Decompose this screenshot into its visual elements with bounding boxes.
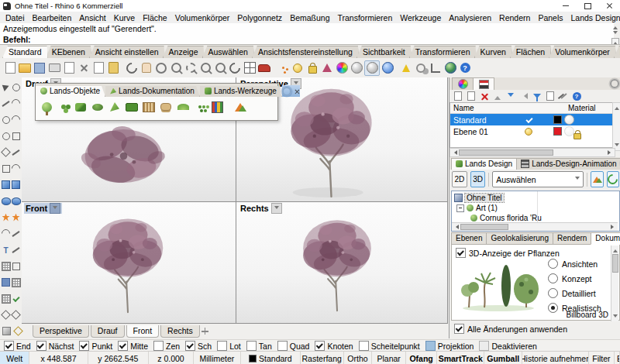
rectangle-tool-icon[interactable] [11, 131, 21, 141]
layer-color-swatch[interactable] [553, 127, 562, 136]
tab-flaechen[interactable]: Flächen [510, 46, 551, 58]
tab-ansicht-einstellen[interactable]: Ansicht einstellen [89, 46, 165, 58]
osnap-naechst[interactable]: Nächst [36, 341, 74, 351]
tab-volumenkoerper[interactable]: Volumenkörper [549, 46, 616, 58]
scroll-down-icon[interactable] [613, 31, 618, 36]
blank-page-button[interactable] [545, 91, 556, 101]
checkbox-icon[interactable] [246, 341, 257, 351]
menu-volumenkoerper[interactable]: Volumenkörper [171, 13, 234, 22]
zoom-window-button[interactable] [184, 61, 198, 75]
osnap-zen[interactable]: Zen [153, 341, 180, 351]
tab-lands-design-animation[interactable]: Lands-Design-Animation [516, 158, 620, 170]
text-tool-icon[interactable] [1, 245, 11, 255]
osnap-scheitelpunkt[interactable]: Scheitelpunkt [359, 341, 420, 351]
plant-bush-button[interactable] [90, 99, 105, 115]
cut-button[interactable] [77, 61, 91, 75]
sphere-tool-icon[interactable] [11, 180, 21, 190]
move-up-button[interactable] [492, 91, 503, 101]
layer-row-ebene01[interactable]: Ebene 01 [450, 125, 615, 137]
plant-tree-button[interactable] [39, 99, 54, 115]
terrain-hill-button[interactable] [175, 99, 191, 115]
menu-datei[interactable]: Datei [2, 13, 29, 22]
new-viewport-tab-icon[interactable] [202, 328, 208, 335]
osnap-punkt[interactable]: Punkt [79, 341, 112, 351]
menu-flaeche[interactable]: Fläche [139, 13, 171, 22]
material-sphere-icon[interactable] [564, 115, 574, 125]
cone-shade-button[interactable] [320, 61, 334, 75]
circle-tool-icon[interactable] [1, 115, 11, 125]
layout-tool-icon[interactable] [2, 326, 12, 336]
tree-hscrollbar[interactable] [452, 222, 618, 231]
new-sublayer-button[interactable] [466, 91, 477, 101]
checkbox-icon[interactable] [479, 341, 489, 351]
layers-vscrollbar[interactable] [612, 102, 620, 151]
cylinder-tool-icon[interactable] [1, 196, 11, 206]
apply-changes-row[interactable]: Alle Änderungen anwenden [454, 324, 567, 334]
tab-kebenen[interactable]: KEbenen [46, 46, 91, 58]
layers-hscrollbar[interactable] [450, 148, 615, 157]
vtab-rechts[interactable]: Rechts [160, 325, 200, 338]
viewport-rechts-label[interactable]: Rechts [239, 203, 284, 214]
dokument-vscrollbar[interactable] [611, 246, 618, 321]
vtab-drauf[interactable]: Drauf [91, 325, 125, 338]
material-sphere-icon[interactable] [564, 126, 574, 136]
dots-button[interactable] [276, 61, 290, 75]
fillet-tool-icon[interactable] [1, 228, 11, 239]
layer-tools-button[interactable] [558, 91, 569, 101]
viewport-rechts[interactable]: Rechts [236, 202, 447, 323]
checkbox-icon[interactable] [425, 341, 436, 351]
trim-tool-icon[interactable] [11, 228, 21, 239]
globe-button[interactable] [443, 61, 457, 75]
menu-kurve[interactable]: Kurve [110, 13, 139, 22]
new-layer-button[interactable] [453, 91, 463, 101]
menu-bemassung[interactable]: Bemaßung [286, 13, 333, 22]
status-message[interactable]: Erhältlicher physischer S... [615, 352, 620, 364]
rotate-view-button[interactable] [228, 61, 242, 75]
delete-layer-button[interactable] [479, 91, 490, 101]
dim-tool-icon[interactable] [11, 245, 21, 255]
viewport-layout-button[interactable] [243, 61, 257, 75]
plant-shrubs-button[interactable] [56, 99, 71, 115]
refresh-button[interactable] [607, 171, 619, 187]
move-left-button[interactable] [518, 91, 529, 101]
tree-item-group[interactable]: Art (1) [452, 203, 619, 213]
osnap-lot[interactable]: Lot [217, 341, 241, 351]
tab-properties[interactable] [452, 77, 474, 90]
tab-standard[interactable]: Standard [2, 46, 48, 58]
sweep-tool-icon[interactable] [11, 163, 21, 173]
tab-kurven[interactable]: Kurven [474, 46, 512, 58]
grid-tool-icon[interactable] [1, 294, 11, 304]
close-icon[interactable] [294, 88, 299, 93]
menu-panels[interactable]: Panels [534, 13, 567, 22]
tab-geolokalisierung[interactable]: Geolokalisierung [486, 232, 553, 245]
cone-tool-icon[interactable] [11, 310, 21, 320]
pan-button[interactable] [140, 61, 153, 75]
logs-button[interactable] [158, 99, 174, 115]
cplane-cell[interactable]: Welt [0, 352, 29, 364]
copy-view-button[interactable] [62, 61, 76, 75]
line-tool-icon[interactable] [11, 147, 21, 157]
vtab-perspektive[interactable]: Perspektive [33, 325, 89, 338]
color-grid-button[interactable] [209, 99, 225, 115]
osnap-knoten[interactable]: Knoten [315, 341, 353, 351]
checkbox-icon[interactable] [454, 324, 464, 334]
tab-anzeige[interactable]: Anzeige [163, 46, 205, 58]
scroll-up-icon[interactable] [613, 24, 618, 29]
radio-detailliert[interactable]: Detailliert [548, 288, 596, 298]
plant-forest-button[interactable] [73, 99, 88, 115]
osnap-projektion[interactable]: Projektion [425, 341, 474, 351]
viewport-front[interactable]: Front [22, 202, 236, 323]
layer-on-icon[interactable] [525, 128, 532, 136]
undo-button[interactable] [125, 61, 139, 75]
filter-button[interactable] [532, 91, 542, 101]
orbit-button[interactable] [154, 61, 168, 75]
lamp-button[interactable] [291, 61, 305, 75]
color-wheel-button[interactable] [335, 61, 349, 75]
current-layer-cell[interactable]: Standard [241, 352, 301, 364]
print-button[interactable] [47, 61, 61, 75]
viewport-menu-icon[interactable] [50, 203, 60, 214]
units-cell[interactable]: Millimeter [194, 352, 241, 364]
viewport-front-label[interactable]: Front [24, 203, 62, 214]
menu-polygonnetz[interactable]: Polygonnetz [233, 13, 286, 22]
new-file-button[interactable] [3, 61, 17, 75]
